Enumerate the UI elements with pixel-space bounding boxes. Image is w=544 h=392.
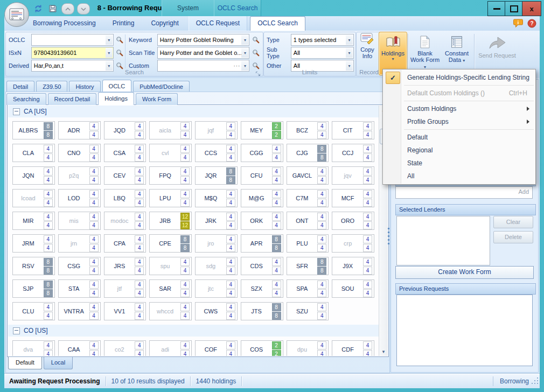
tab-oclc[interactable]: OCLC [102, 80, 132, 93]
holding-cell-cof[interactable]: COF44 [195, 340, 238, 356]
holding-cell-mir[interactable]: MIR44 [12, 212, 55, 230]
holding-cell-jrm[interactable]: JRM44 [12, 234, 55, 253]
holding-cell-cev[interactable]: CEV44 [104, 166, 147, 185]
holding-cell-crp[interactable]: crp44 [332, 234, 374, 253]
holding-cell-adr[interactable]: ADR44 [58, 121, 101, 139]
help-icon[interactable]: ? [527, 19, 536, 30]
ribbon-tab-oclc-search[interactable]: OCLC Search [250, 16, 305, 31]
refresh-icon[interactable] [32, 3, 44, 13]
add-button[interactable]: Add [518, 188, 529, 195]
collapse-icon[interactable] [13, 108, 20, 115]
holding-cell-ccs[interactable]: CCS44 [195, 144, 238, 162]
chevron-down-icon[interactable]: ▾ [106, 48, 113, 58]
create-work-form-button[interactable]: Create Work Form [395, 266, 534, 279]
holding-cell-sou[interactable]: SOU44 [332, 279, 374, 298]
holding-cell-m-g[interactable]: M@G44 [241, 189, 283, 207]
clear-button[interactable]: Clear [493, 216, 533, 228]
holding-cell-cos[interactable]: COS22 [241, 340, 283, 356]
holding-cell-lcoad[interactable]: lcoad44 [12, 189, 55, 207]
holding-cell-szx[interactable]: SZX44 [241, 279, 283, 298]
menu-item-custom-holdings[interactable]: Custom Holdings [383, 102, 535, 115]
holding-cell-cws[interactable]: CWS44 [195, 302, 238, 320]
holding-cell-modoc[interactable]: modoc44 [104, 212, 147, 230]
holding-cell-cpa[interactable]: CPA44 [104, 234, 147, 253]
menu-item-all[interactable]: All [383, 170, 535, 183]
delete-button[interactable]: Delete [493, 231, 533, 243]
holding-cell-oro[interactable]: ORO44 [332, 212, 374, 230]
holding-cell-sjp[interactable]: SJP88 [12, 279, 55, 298]
holding-cell-adi[interactable]: adi44 [149, 340, 192, 356]
section-header-ca-us[interactable]: CA [US] [8, 106, 379, 117]
keyword-combobox[interactable]: Harry Potter Goblet Rowling▾ [157, 34, 250, 46]
holding-cell-jro[interactable]: jro44 [195, 234, 238, 253]
holding-cell-sta[interactable]: STA44 [58, 279, 101, 298]
save-icon[interactable] [47, 3, 59, 13]
chevron-down-icon[interactable]: ▾ [346, 35, 353, 45]
holding-cell-sfr[interactable]: SFR88 [287, 257, 329, 275]
holding-cell-gavcl[interactable]: GAVCL44 [287, 166, 329, 185]
holding-cell-mey[interactable]: MEY22 [241, 121, 283, 139]
ribbon-tab-copyright[interactable]: Copyright [144, 16, 185, 31]
holding-cell-cds[interactable]: CDS44 [241, 257, 283, 275]
oclc-combobox[interactable]: ▾ [31, 34, 114, 46]
holding-cell-fpq[interactable]: FPQ44 [149, 166, 192, 185]
scan-title-combobox[interactable]: Harry Potter and the Goblet o...▾ [157, 47, 250, 59]
holding-cell-lbq[interactable]: LBQ44 [104, 189, 147, 207]
holding-cell-jrb[interactable]: JRB1212 [149, 212, 192, 230]
holding-cell-co2[interactable]: co244 [104, 340, 147, 356]
minimize-button[interactable] [487, 1, 506, 16]
holding-cell-albrs[interactable]: ALBRS88 [12, 121, 55, 139]
chevron-down-icon[interactable]: ▾ [106, 35, 113, 45]
holding-cell-cgg[interactable]: CGG44 [241, 144, 283, 162]
holding-cell-c7m[interactable]: C7M44 [287, 189, 329, 207]
holding-cell-cdf[interactable]: CDF44 [332, 340, 374, 356]
blank-work-form-button[interactable]: Blank Work Form ▾ [410, 32, 440, 74]
menu-item-default[interactable]: Default [383, 131, 535, 144]
subtab-searching[interactable]: Searching [6, 93, 46, 105]
menu-item-state[interactable]: State [383, 157, 535, 170]
holding-cell-cit[interactable]: CIT44 [332, 121, 374, 139]
menu-item-default-custom-holdings[interactable]: Default Custom Holdings ()Ctrl+H [383, 87, 535, 100]
splitter-handle[interactable] [387, 228, 390, 249]
holding-cell-cjg[interactable]: CJG88 [287, 144, 329, 162]
holding-cell-whccd[interactable]: whccd44 [149, 302, 192, 320]
subtab-work-form[interactable]: Work Form [136, 93, 178, 105]
copy-info-button[interactable]: Copy Info [357, 32, 378, 66]
holding-cell-jqn[interactable]: JQN44 [12, 166, 55, 185]
holding-cell-clu[interactable]: CLU44 [12, 302, 55, 320]
holding-cell-jtf[interactable]: jtf44 [104, 279, 147, 298]
holding-cell-lod[interactable]: LOD44 [58, 189, 101, 207]
keyword-search-button[interactable] [251, 35, 261, 45]
holding-cell-plu[interactable]: PLU44 [287, 234, 329, 253]
ribbon-tab-oclc-request[interactable]: OCLC Request [189, 16, 247, 31]
resize-grip[interactable] [532, 378, 539, 384]
holding-cell-ont[interactable]: ONT44 [287, 212, 329, 230]
holding-cell-rsv[interactable]: RSV88 [12, 257, 55, 275]
scroll-down-icon[interactable]: ▼ [379, 348, 388, 355]
holding-cell-aicla[interactable]: aicla44 [149, 121, 192, 139]
holding-cell-lpu[interactable]: LPU44 [149, 189, 192, 207]
holding-cell-jrs[interactable]: JRS44 [104, 257, 147, 275]
app-logo-icon[interactable] [4, 2, 30, 27]
section-header-co-us[interactable]: CO [US] [8, 325, 379, 337]
holding-cell-szu[interactable]: SZU44 [287, 302, 329, 320]
holding-cell-bcz[interactable]: BCZ44 [287, 121, 329, 139]
holding-cell-jqf[interactable]: jqf44 [195, 121, 238, 139]
selected-lenders-list[interactable] [396, 216, 490, 265]
holding-cell-apr[interactable]: APR88 [241, 234, 283, 253]
holding-cell-cvl[interactable]: cvl44 [149, 144, 192, 162]
holding-cell-caa[interactable]: CAA44 [58, 340, 101, 356]
holding-cell-sar[interactable]: SAR44 [149, 279, 192, 298]
nav-up-icon[interactable] [61, 3, 74, 15]
subtab-record-detail[interactable]: Record Detail [48, 93, 97, 105]
holding-cell-csg[interactable]: CSG44 [58, 257, 101, 275]
tab-pubmed-docline[interactable]: PubMed/Docline [133, 81, 190, 93]
holding-cell-csa[interactable]: CSA44 [104, 144, 147, 162]
menu-item-generate-holdings-specific-lending-string[interactable]: Generate Holdings-Specific Lending Strin… [383, 71, 535, 84]
sub-type-combobox[interactable]: All▾ [291, 47, 354, 59]
holding-cell-jqr[interactable]: JQR88 [195, 166, 238, 185]
isxn-search-button[interactable] [115, 48, 124, 58]
isxn-combobox[interactable]: 9780439139601▾ [31, 47, 114, 59]
chevron-down-icon[interactable]: ▾ [346, 48, 353, 58]
holding-cell-dpu[interactable]: dpu44 [287, 340, 329, 356]
